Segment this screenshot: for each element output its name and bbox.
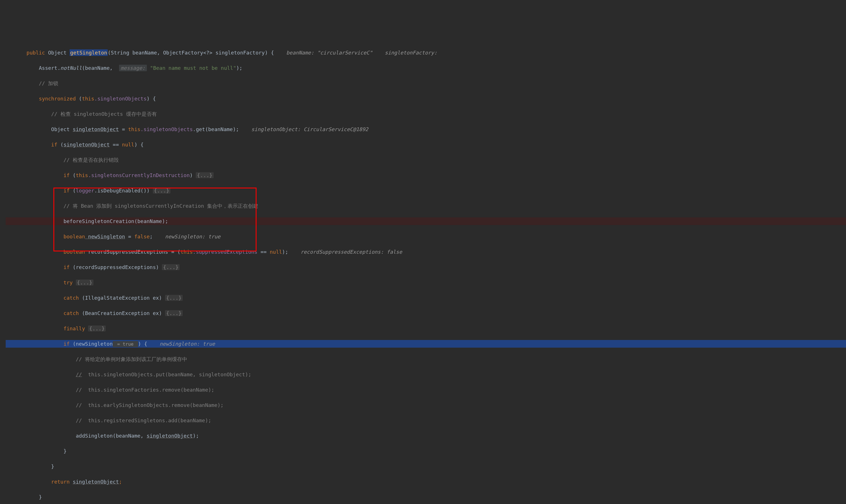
- brace: ) {: [138, 341, 148, 347]
- code-editor[interactable]: public Object getSingleton(String beanNa…: [6, 34, 846, 504]
- folded-block[interactable]: {...}: [165, 295, 183, 301]
- code-line[interactable]: catch (IllegalStateException ex) {...}: [6, 294, 846, 302]
- code-line[interactable]: boolean newSingleton = false; newSinglet…: [6, 233, 846, 240]
- code-line[interactable]: if (logger.isDebugEnabled()) {...}: [6, 187, 846, 194]
- code-line-breakpoint[interactable]: beforeSingletonCreation(beanName);: [6, 217, 846, 225]
- code-line[interactable]: Object singletonObject = this.singletonO…: [6, 125, 846, 133]
- folded-block[interactable]: {...}: [153, 187, 170, 194]
- paren: );: [282, 249, 288, 255]
- method-call: beforeSingletonCreation(beanName);: [63, 218, 168, 224]
- code-line[interactable]: }: [6, 463, 846, 470]
- keyword-if: if: [63, 341, 70, 347]
- code-line[interactable]: Assert.notNull(beanName, message: "Bean …: [6, 64, 846, 72]
- folded-block[interactable]: {...}: [88, 325, 106, 331]
- param-type: ObjectFactory<?>: [163, 50, 212, 56]
- code-line[interactable]: // 检查是否在执行销毁: [6, 156, 846, 164]
- keyword-null: null: [122, 142, 134, 148]
- debug-inline-hint: newSingleton: true: [160, 341, 215, 347]
- method-call: .get(beanName);: [193, 126, 239, 132]
- var-ref: (recordSuppressedExceptions): [70, 264, 162, 270]
- var-decl: recordSuppressedExceptions = (: [85, 249, 180, 255]
- code-line[interactable]: finally {...}: [6, 325, 846, 332]
- keyword-this: this: [128, 126, 140, 132]
- var-ref: singletonObject: [73, 479, 119, 485]
- keyword-if: if: [51, 142, 57, 148]
- eq: ==: [110, 142, 122, 148]
- var-decl: singletonObject: [73, 126, 119, 132]
- code-line-execution-point[interactable]: if (newSingleton = true ) { newSingleton…: [6, 340, 846, 348]
- brace: ) {: [146, 96, 156, 102]
- paren: );: [193, 433, 199, 439]
- code-line[interactable]: if (recordSuppressedExceptions) {...}: [6, 263, 846, 271]
- folded-block[interactable]: {...}: [165, 310, 183, 316]
- method-call: addSingleton(beanName,: [76, 433, 146, 439]
- code-line[interactable]: // 检查 singletonObjects 缓存中是否有: [6, 110, 846, 118]
- keyword-try: try: [63, 280, 73, 286]
- comment: // 检查 singletonObjects 缓存中是否有: [51, 111, 157, 117]
- comment: //// this.singletonObjects.put(beanName,…: [76, 372, 252, 377]
- param-type: String: [111, 50, 129, 56]
- code-line[interactable]: catch (BeanCreationException ex) {...}: [6, 309, 846, 317]
- code-line[interactable]: }: [6, 447, 846, 455]
- paren: (newSingleton: [70, 341, 113, 347]
- folded-block[interactable]: {...}: [162, 264, 179, 270]
- debug-inline-hint: singletonObject: CircularServiceC@1892: [252, 126, 368, 132]
- brace: ) {: [265, 50, 274, 56]
- code-line[interactable]: // this.registeredSingletons.add(beanNam…: [6, 417, 846, 424]
- folded-block[interactable]: {...}: [196, 172, 213, 178]
- debug-inline-hint: beanName: "circularServiceC": [286, 50, 373, 56]
- sp: [73, 280, 76, 286]
- keyword-false: false: [134, 234, 150, 239]
- comment: // this.singletonFactories.remove(beanNa…: [76, 387, 214, 393]
- code-line[interactable]: if (this.singletonsCurrentlyInDestructio…: [6, 172, 846, 179]
- keyword-if: if: [63, 264, 70, 270]
- string-literal: "Bean name must not be null": [150, 65, 236, 71]
- brace: }: [39, 494, 42, 500]
- sp: [70, 479, 73, 485]
- comment: // 将给定的单例对象添加到该工厂的单例缓存中: [76, 356, 188, 362]
- class-ref: Assert: [39, 65, 57, 71]
- code-line[interactable]: addSingleton(beanName, singletonObject);: [6, 432, 846, 439]
- keyword-synchronized: synchronized: [39, 96, 76, 102]
- code-line[interactable]: // 将 Bean 添加到 singletonsCurrentlyInCreat…: [6, 202, 846, 210]
- method-call: .isDebugEnabled()): [94, 187, 153, 194]
- semi: ;: [150, 234, 153, 239]
- code-line[interactable]: try {...}: [6, 279, 846, 286]
- keyword-this: this: [180, 249, 193, 255]
- code-line[interactable]: }: [6, 493, 846, 501]
- keyword-public: public: [27, 50, 45, 56]
- comment: // 加锁: [39, 80, 58, 86]
- keyword-if: if: [63, 172, 70, 178]
- catch-param: (BeanCreationException ex): [79, 310, 165, 316]
- param-name: singletonFactory: [215, 50, 265, 56]
- keyword-return: return: [51, 479, 70, 485]
- code-line[interactable]: boolean recordSuppressedExceptions = (th…: [6, 248, 846, 256]
- debug-inline-hint: newSingleton: true: [165, 234, 221, 239]
- code-line[interactable]: // 将给定的单例对象添加到该工厂的单例缓存中: [6, 355, 846, 363]
- paren: ): [190, 172, 196, 178]
- code-line[interactable]: synchronized (this.singletonObjects) {: [6, 95, 846, 103]
- folded-block[interactable]: {...}: [76, 280, 93, 286]
- keyword-finally: finally: [63, 325, 85, 331]
- code-line[interactable]: return singletonObject;: [6, 478, 846, 486]
- comment: // 检查是否在执行销毁: [63, 157, 119, 163]
- type: Object: [51, 126, 73, 132]
- brace: }: [51, 464, 54, 469]
- keyword-boolean: boolean: [63, 249, 85, 255]
- field-ref: .singletonObjects: [94, 96, 146, 102]
- comment: // 将 Bean 添加到 singletonsCurrentlyInCreat…: [63, 203, 258, 209]
- inline-value-hint: = true: [113, 341, 138, 347]
- code-line[interactable]: public Object getSingleton(String beanNa…: [6, 49, 846, 56]
- code-line[interactable]: // 加锁: [6, 79, 846, 87]
- keyword-this: this: [76, 172, 88, 178]
- field-ref: .suppressedExceptions: [193, 249, 258, 255]
- args: (beanName,: [82, 65, 113, 71]
- keyword-boolean: boolean: [63, 234, 85, 239]
- code-line[interactable]: //// this.singletonObjects.put(beanName,…: [6, 371, 846, 378]
- code-line[interactable]: // this.singletonFactories.remove(beanNa…: [6, 386, 846, 394]
- eq: ==: [257, 249, 270, 255]
- brace: }: [63, 448, 67, 454]
- code-line[interactable]: if (singletonObject == null) {: [6, 141, 846, 148]
- field-ref: logger: [76, 187, 94, 194]
- code-line[interactable]: // this.earlySingletonObjects.remove(bea…: [6, 401, 846, 409]
